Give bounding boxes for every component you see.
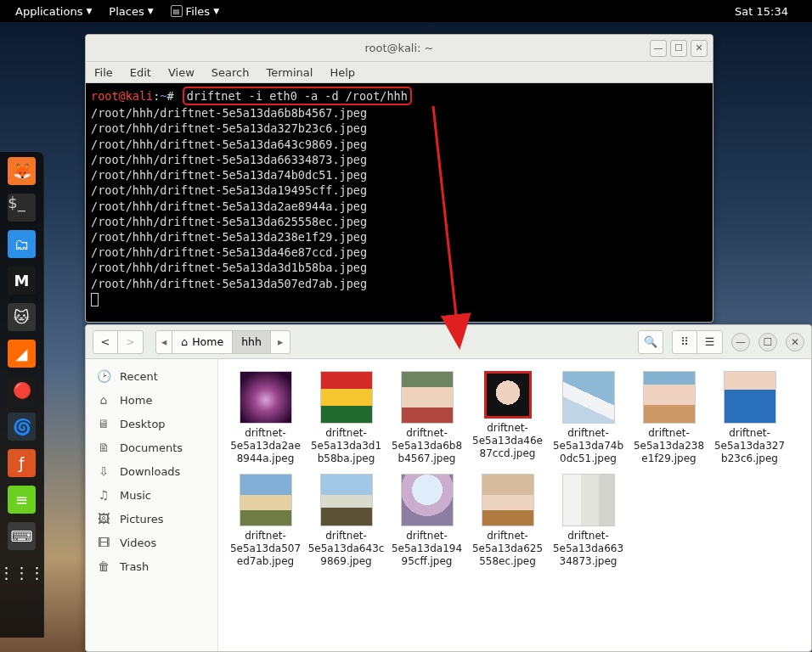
- close-button[interactable]: ✕: [786, 333, 804, 351]
- sidebar-item-label: Videos: [120, 537, 156, 549]
- file-name-label: driftnet-5e5a13da327b23c6.jpeg: [712, 427, 788, 465]
- sidebar-icon: 🗑: [96, 559, 111, 573]
- file-item[interactable]: driftnet-5e5a13da74b0dc51.jpeg: [548, 369, 629, 467]
- sidebar-icon: 🎞: [96, 536, 111, 549]
- sidebar-icon: 🕑: [96, 369, 111, 383]
- places-label: Places: [109, 5, 144, 18]
- thumbnail-image: [240, 474, 292, 526]
- file-item[interactable]: driftnet-5e5a13da19495cff.jpeg: [386, 472, 467, 570]
- file-name-label: driftnet-5e5a13da74b0dc51.jpeg: [550, 427, 627, 465]
- view-grid-button[interactable]: ⠿: [672, 330, 697, 354]
- file-item[interactable]: driftnet-5e5a13da2ae8944a.jpeg: [225, 369, 306, 467]
- sidebar-item-label: Pictures: [120, 513, 163, 526]
- clock[interactable]: Sat 15:34: [735, 5, 805, 18]
- dock-firefox-icon[interactable]: 🦊: [8, 157, 36, 185]
- dock-burp-icon[interactable]: ◢: [8, 340, 36, 368]
- maximize-button[interactable]: ☐: [670, 40, 687, 57]
- forward-button[interactable]: >: [118, 330, 144, 354]
- file-item[interactable]: driftnet-5e5a13da6b8b4567.jpeg: [386, 369, 467, 467]
- top-panel: Applications▼ Places▼ ▤Files▼ Sat 15:34: [0, 0, 812, 22]
- sidebar-item-desktop[interactable]: 🖥Desktop: [86, 412, 217, 436]
- nav-buttons: < >: [93, 330, 144, 354]
- sidebar-item-documents[interactable]: 🗎Documents: [86, 436, 217, 459]
- dock-zenmap-icon[interactable]: 🌀: [8, 413, 36, 441]
- sidebar-item-music[interactable]: ♫Music: [86, 483, 217, 507]
- sidebar-item-label: Desktop: [120, 418, 166, 430]
- path-home[interactable]: ⌂Home: [172, 330, 233, 354]
- maximize-button[interactable]: ☐: [758, 333, 777, 351]
- thumbnail-image: [643, 371, 696, 424]
- home-icon: ⌂: [181, 335, 188, 348]
- menu-help[interactable]: Help: [330, 66, 355, 79]
- sidebar-item-label: Documents: [120, 441, 183, 454]
- path-right-overflow[interactable]: ▸: [271, 330, 290, 354]
- sidebar-icon: 🗎: [96, 441, 111, 454]
- file-item[interactable]: driftnet-5e5a13da643c9869.jpeg: [306, 472, 386, 570]
- terminal-menubar: File Edit View Search Terminal Help: [86, 62, 713, 83]
- file-name-label: driftnet-5e5a13da643c9869.jpeg: [308, 530, 385, 568]
- sidebar-item-home[interactable]: ⌂Home: [86, 388, 217, 412]
- file-item[interactable]: driftnet-5e5a13da46e87ccd.jpeg: [467, 369, 548, 467]
- search-button[interactable]: 🔍: [638, 330, 663, 354]
- terminal-body[interactable]: root@kali:~# driftnet -i eth0 -a -d /roo…: [86, 83, 713, 322]
- file-item[interactable]: driftnet-5e5a13da3d1b58ba.jpeg: [306, 369, 386, 467]
- dock-obs-icon[interactable]: 🔴: [8, 376, 36, 404]
- menu-search[interactable]: Search: [211, 66, 250, 79]
- thumbnail-image: [401, 371, 454, 424]
- back-button[interactable]: <: [93, 330, 118, 354]
- path-current[interactable]: hhh: [233, 330, 271, 354]
- file-name-label: driftnet-5e5a13da2ae8944a.jpeg: [228, 427, 304, 465]
- minimize-button[interactable]: —: [731, 333, 750, 351]
- files-menu[interactable]: ▤Files▼: [162, 5, 228, 18]
- file-item[interactable]: driftnet-5e5a13da625558ec.jpeg: [467, 472, 548, 570]
- files-icon-grid[interactable]: driftnet-5e5a13da2ae8944a.jpegdriftnet-5…: [218, 359, 811, 651]
- terminal-titlebar[interactable]: root@kali: ~ — ☐ ✕: [86, 35, 713, 62]
- minimize-button[interactable]: —: [650, 40, 667, 57]
- file-name-label: driftnet-5e5a13da3d1b58ba.jpeg: [308, 427, 385, 465]
- dock-notes-icon[interactable]: ≡: [8, 486, 36, 514]
- dock: 🦊 $_ 🗂 M 🐱 ◢ 🔴 🌀 ƒ ≡ ⌨ ⋮⋮⋮: [0, 152, 44, 638]
- menu-file[interactable]: File: [94, 66, 113, 79]
- pathbar: ◂ ⌂Home hhh ▸: [155, 330, 290, 354]
- sidebar-item-trash[interactable]: 🗑Trash: [86, 554, 217, 578]
- dock-files-icon[interactable]: 🗂: [8, 230, 36, 258]
- chevron-down-icon: ▼: [148, 7, 154, 15]
- sidebar-item-recent[interactable]: 🕑Recent: [86, 364, 217, 388]
- dock-terminal-icon[interactable]: $_: [8, 194, 36, 222]
- dock-faraday-icon[interactable]: ƒ: [8, 449, 36, 477]
- close-button[interactable]: ✕: [691, 40, 708, 57]
- menu-edit[interactable]: Edit: [130, 66, 151, 79]
- thumbnail-image: [320, 371, 373, 424]
- thumbnail-image: [320, 474, 373, 526]
- dock-keyboard-icon[interactable]: ⌨: [8, 522, 36, 550]
- places-menu[interactable]: Places▼: [100, 5, 161, 18]
- thumbnail-image: [240, 371, 292, 424]
- menu-view[interactable]: View: [168, 66, 195, 79]
- thumbnail-image: [562, 371, 615, 424]
- file-name-label: driftnet-5e5a13da238e1f29.jpeg: [631, 427, 708, 465]
- file-name-label: driftnet-5e5a13da507ed7ab.jpeg: [228, 530, 304, 568]
- sidebar-icon: 🖥: [96, 417, 111, 430]
- file-name-label: driftnet-5e5a13da6b8b4567.jpeg: [389, 427, 465, 465]
- sidebar-item-videos[interactable]: 🎞Videos: [86, 531, 217, 554]
- file-item[interactable]: driftnet-5e5a13da66334873.jpeg: [548, 472, 629, 570]
- menu-terminal[interactable]: Terminal: [266, 66, 313, 79]
- file-item[interactable]: driftnet-5e5a13da507ed7ab.jpeg: [225, 472, 306, 570]
- path-left-overflow[interactable]: ◂: [155, 330, 172, 354]
- dock-cherrytree-icon[interactable]: 🐱: [8, 303, 36, 331]
- file-item[interactable]: driftnet-5e5a13da327b23c6.jpeg: [709, 369, 790, 467]
- sidebar-icon: ♫: [96, 488, 111, 502]
- thumbnail-image: [562, 474, 615, 526]
- sidebar-item-label: Downloads: [120, 465, 180, 478]
- view-menu-button[interactable]: ☰: [697, 330, 723, 354]
- dock-showapps-icon[interactable]: ⋮⋮⋮: [8, 559, 36, 587]
- dock-metasploit-icon[interactable]: M: [8, 267, 36, 295]
- thumbnail-image: [482, 474, 534, 526]
- sidebar-item-label: Recent: [120, 370, 158, 383]
- sidebar-item-downloads[interactable]: ⇩Downloads: [86, 459, 217, 483]
- sidebar-item-pictures[interactable]: 🖼Pictures: [86, 507, 217, 531]
- file-item[interactable]: driftnet-5e5a13da238e1f29.jpeg: [629, 369, 709, 467]
- applications-menu[interactable]: Applications▼: [7, 5, 100, 18]
- files-toolbar: < > ◂ ⌂Home hhh ▸ 🔍 ⠿ ☰ — ☐ ✕: [86, 325, 811, 359]
- thumbnail-image: [401, 474, 454, 526]
